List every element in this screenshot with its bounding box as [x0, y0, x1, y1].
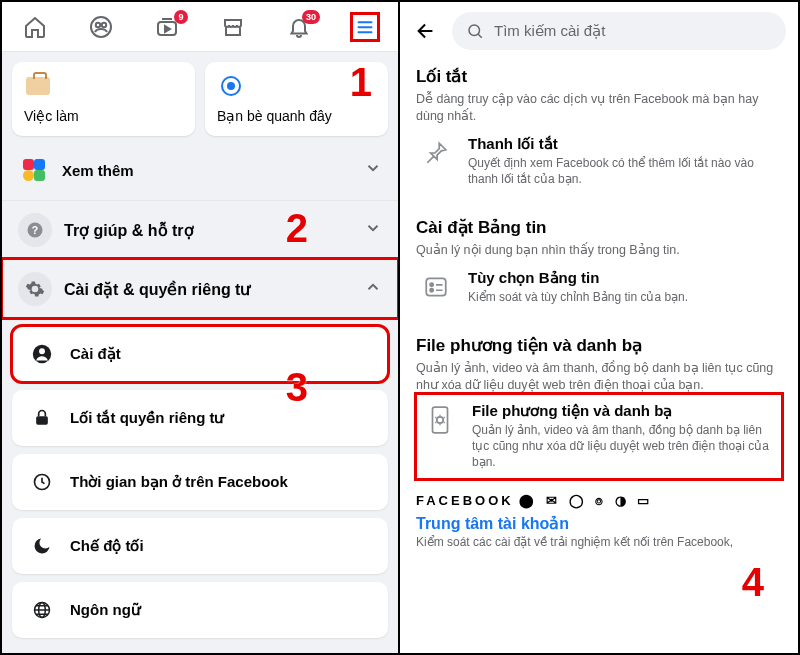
feed-title: Cài đặt Bảng tin — [416, 217, 782, 238]
svg-rect-6 — [358, 31, 373, 33]
annotation-4: 4 — [742, 560, 764, 605]
profile-gear-icon — [26, 338, 58, 370]
annotation-1: 1 — [350, 60, 372, 105]
svg-rect-11 — [36, 416, 48, 424]
settings-row[interactable]: Cài đặt — [12, 326, 388, 382]
briefcase-icon — [24, 72, 52, 100]
jobs-card[interactable]: Việc làm — [12, 62, 195, 136]
settings-search-panel: Tìm kiếm cài đặt Lối tắt Dễ dàng truy cậ… — [400, 2, 798, 653]
svg-point-15 — [469, 25, 480, 36]
settings-privacy-label: Cài đặt & quyền riêng tư — [64, 280, 250, 299]
home-icon[interactable] — [22, 14, 48, 40]
time-on-fb-row[interactable]: Thời gian bạn ở trên Facebook — [12, 454, 388, 510]
meta-product-icons: ⬤ ✉ ◯ ⌾ ◑ ▭ — [519, 493, 653, 508]
chevron-down-icon — [364, 219, 382, 241]
help-icon: ? — [18, 213, 52, 247]
help-support-row[interactable]: ? Trợ giúp & hỗ trợ — [2, 200, 398, 259]
shortcut-sub: Dễ dàng truy cập vào các dịch vụ trên Fa… — [416, 91, 782, 125]
language-label: Ngôn ngữ — [70, 601, 374, 619]
shortcut-bar-item[interactable]: Thanh lối tắt Quyết định xem Facebook có… — [416, 125, 782, 197]
chevron-down-icon — [364, 159, 382, 181]
account-center-sub: Kiểm soát các cài đặt về trải nghiệm kết… — [400, 533, 798, 549]
dark-mode-row[interactable]: Chế độ tối — [12, 518, 388, 574]
feed-item-title: Tùy chọn Bảng tin — [468, 269, 688, 287]
dark-mode-label: Chế độ tối — [70, 537, 374, 555]
time-label: Thời gian bạn ở trên Facebook — [70, 473, 374, 491]
search-input[interactable]: Tìm kiếm cài đặt — [452, 12, 786, 50]
feed-item-sub: Kiểm soát và tùy chỉnh Bảng tin của bạn. — [468, 289, 688, 305]
search-icon — [466, 22, 484, 40]
language-row[interactable]: Ngôn ngữ — [12, 582, 388, 638]
watch-icon[interactable]: 9 — [154, 14, 180, 40]
media-title: File phương tiện và danh bạ — [416, 335, 782, 356]
media-contacts-item[interactable]: File phương tiện và danh bạ Quản lý ảnh,… — [416, 394, 782, 479]
notif-badge: 30 — [302, 10, 320, 24]
settings-privacy-row[interactable]: Cài đặt & quyền riêng tư — [2, 259, 398, 318]
watch-badge: 9 — [174, 10, 188, 24]
svg-point-1 — [96, 22, 100, 26]
svg-rect-4 — [358, 21, 373, 23]
svg-point-18 — [430, 289, 433, 292]
svg-point-2 — [102, 22, 106, 26]
gear-icon — [18, 272, 52, 306]
feed-options-item[interactable]: Tùy chọn Bảng tin Kiểm soát và tùy chỉnh… — [416, 259, 782, 315]
svg-text:?: ? — [32, 224, 38, 236]
feed-sub: Quản lý nội dung bạn nhìn thấy trong Bản… — [416, 242, 782, 259]
svg-point-10 — [39, 348, 45, 354]
svg-rect-5 — [358, 26, 373, 28]
pin-icon — [418, 135, 454, 171]
help-label: Trợ giúp & hỗ trợ — [64, 221, 194, 240]
privacy-shortcut-label: Lối tắt quyền riêng tư — [70, 409, 374, 427]
nearby-label: Bạn bè quanh đây — [217, 108, 332, 124]
search-placeholder: Tìm kiếm cài đặt — [494, 22, 605, 40]
shortcut-section: Lối tắt Dễ dàng truy cập vào các dịch vụ… — [400, 60, 798, 211]
privacy-shortcut-row[interactable]: Lối tắt quyền riêng tư — [12, 390, 388, 446]
back-arrow-icon[interactable] — [412, 17, 440, 45]
marketplace-icon[interactable] — [220, 14, 246, 40]
see-more-row[interactable]: Xem thêm — [2, 140, 398, 200]
shortcut-title: Lối tắt — [416, 66, 782, 87]
notifications-icon[interactable]: 30 — [286, 14, 312, 40]
svg-point-17 — [430, 283, 433, 286]
feed-icon — [418, 269, 454, 305]
lock-icon — [26, 402, 58, 434]
annotation-2: 2 — [286, 206, 308, 251]
menu-panel: 9 30 1 Việc làm Bạn bè quanh đây Xem thê… — [2, 2, 400, 653]
meta-branding: FACEBOOK ⬤ ✉ ◯ ⌾ ◑ ▭ — [400, 485, 798, 508]
see-more-label: Xem thêm — [62, 162, 364, 179]
clock-icon — [26, 466, 58, 498]
top-nav: 9 30 — [2, 2, 398, 52]
globe-icon — [26, 594, 58, 626]
moon-icon — [26, 530, 58, 562]
friends-icon[interactable] — [88, 14, 114, 40]
svg-rect-16 — [426, 278, 446, 295]
svg-point-0 — [91, 17, 111, 37]
media-sub: Quản lý ảnh, video và âm thanh, đồng bộ … — [416, 360, 782, 394]
media-item-sub: Quản lý ảnh, video và âm thanh, đồng bộ … — [472, 422, 776, 471]
media-item-title: File phương tiện và danh bạ — [472, 402, 776, 420]
media-section: File phương tiện và danh bạ Quản lý ảnh,… — [400, 329, 798, 484]
nearby-icon — [217, 72, 245, 100]
svg-point-20 — [437, 417, 443, 423]
see-more-icon — [18, 154, 50, 186]
facebook-wordmark: FACEBOOK — [416, 493, 514, 508]
svg-rect-19 — [433, 407, 448, 433]
shortcut-bar-sub: Quyết định xem Facebook có thể thêm lối … — [468, 155, 780, 187]
search-header: Tìm kiếm cài đặt — [400, 2, 798, 60]
hamburger-menu-icon[interactable] — [352, 14, 378, 40]
shortcut-cards: Việc làm Bạn bè quanh đây — [2, 52, 398, 140]
feed-section: Cài đặt Bảng tin Quản lý nội dung bạn nh… — [400, 211, 798, 329]
shortcut-bar-title: Thanh lối tắt — [468, 135, 780, 153]
phone-gear-icon — [422, 402, 458, 438]
annotation-3: 3 — [286, 365, 308, 410]
chevron-up-icon — [364, 278, 382, 300]
account-center-link[interactable]: Trung tâm tài khoản — [400, 508, 798, 533]
settings-label: Cài đặt — [70, 345, 374, 363]
jobs-label: Việc làm — [24, 108, 79, 124]
